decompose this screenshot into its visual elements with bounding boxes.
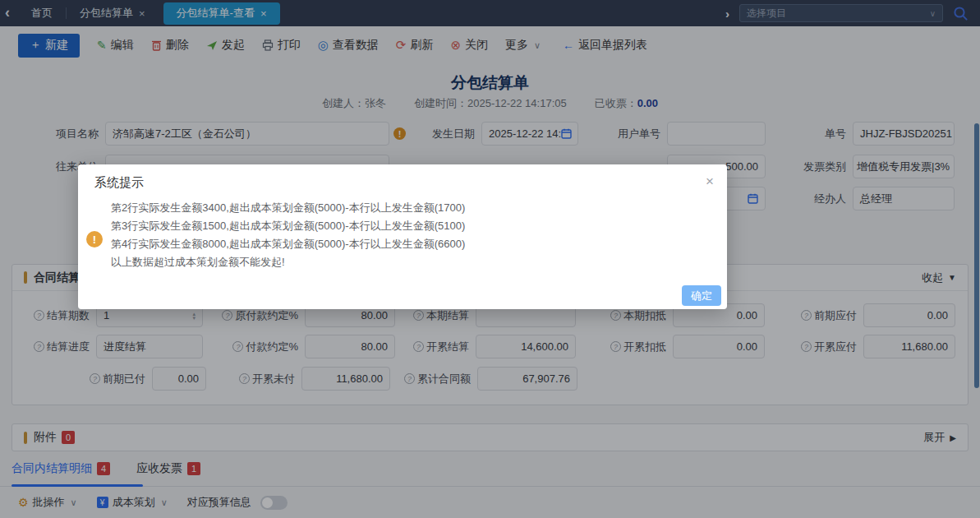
app-window: ‹ 首页 分包结算单 × 分包结算单-查看 × › 选择项目 ∨ ＋ 新建 — [0, 0, 980, 518]
dialog-message-line: 第3行实际发生金额1500,超出成本策划金额(5000)-本行以上发生金额(51… — [111, 219, 465, 234]
dialog-title: 系统提示 — [94, 175, 144, 191]
warning-icon: ! — [86, 231, 103, 247]
dialog-message-line: 第2行实际发生金额3400,超出成本策划金额(5000)-本行以上发生金额(17… — [111, 201, 465, 215]
system-prompt-dialog: 系统提示 × ! 第2行实际发生金额3400,超出成本策划金额(5000)-本行… — [78, 164, 727, 309]
dialog-message-line: 以上数据超过成本策划金额不能发起! — [111, 255, 285, 270]
confirm-button[interactable]: 确定 — [682, 285, 721, 306]
dialog-message-line: 第4行实际发生金额8000,超出成本策划金额(5000)-本行以上发生金额(66… — [111, 237, 465, 252]
dialog-close-icon[interactable]: × — [706, 173, 714, 190]
